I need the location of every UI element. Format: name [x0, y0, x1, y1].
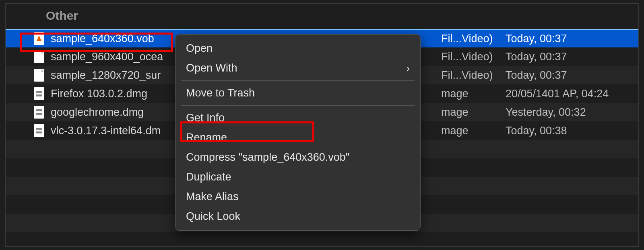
dmg-file-icon: [34, 106, 44, 119]
file-kind: mage: [441, 125, 506, 137]
menu-rename[interactable]: Rename: [175, 128, 420, 148]
menu-label: Open: [186, 42, 213, 55]
context-menu: Open Open With › Move to Trash Get Info …: [175, 34, 421, 231]
menu-compress[interactable]: Compress "sample_640x360.vob": [175, 148, 420, 167]
file-date: Today, 00:37: [506, 51, 638, 63]
menu-duplicate[interactable]: Duplicate: [175, 167, 420, 187]
file-date: Today, 00:38: [506, 125, 638, 137]
group-header-other: Other: [6, 4, 638, 29]
menu-label: Make Alias: [186, 191, 239, 203]
file-date: 20/05/1401 AP, 04:24: [506, 88, 638, 100]
file-kind: Fil...Video): [441, 69, 506, 82]
dmg-file-icon: [34, 124, 44, 137]
menu-get-info[interactable]: Get Info: [175, 108, 420, 128]
menu-label: Duplicate: [186, 171, 231, 183]
menu-label: Move to Trash: [186, 87, 255, 99]
chevron-right-icon: ›: [407, 63, 410, 74]
file-date: Today, 00:37: [506, 69, 638, 82]
menu-open-with[interactable]: Open With ›: [175, 58, 420, 78]
menu-quick-look[interactable]: Quick Look: [175, 207, 420, 226]
menu-move-to-trash[interactable]: Move to Trash: [175, 83, 420, 103]
file-date: Yesterday, 00:32: [506, 106, 638, 119]
file-date: Today, 00:37: [506, 33, 638, 45]
file-kind: mage: [441, 106, 506, 119]
menu-make-alias[interactable]: Make Alias: [175, 187, 420, 207]
menu-label: Quick Look: [186, 210, 240, 223]
file-kind: mage: [441, 88, 506, 100]
menu-open[interactable]: Open: [175, 39, 420, 58]
menu-separator: [181, 80, 415, 81]
generic-file-icon: [34, 69, 44, 82]
menu-separator: [181, 105, 415, 106]
menu-label: Get Info: [186, 112, 225, 124]
generic-file-icon: [34, 50, 44, 63]
file-kind: Fil...Video): [441, 33, 506, 45]
menu-label: Rename: [186, 131, 227, 144]
dmg-file-icon: [34, 87, 44, 100]
vlc-file-icon: [34, 32, 44, 45]
menu-label: Open With: [186, 62, 237, 74]
file-kind: Fil...Video): [441, 51, 506, 63]
empty-row: [6, 232, 638, 250]
menu-label: Compress "sample_640x360.vob": [186, 151, 349, 164]
